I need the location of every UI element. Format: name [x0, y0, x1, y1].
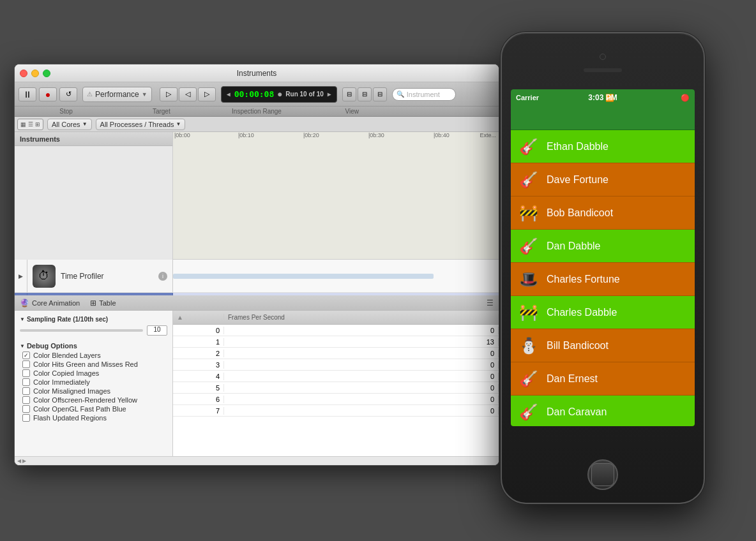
checkbox-input-flash[interactable]: [22, 414, 30, 422]
checkbox-flash-updated[interactable]: Flash Updated Regions: [20, 413, 167, 422]
td-idx-7: 7: [173, 407, 224, 415]
timer-left-arrow: ◀: [227, 91, 231, 98]
volume-up-button[interactable]: [501, 135, 502, 153]
timer-play-arrow: ▶: [328, 91, 331, 98]
threads-selector[interactable]: All Processes / Threads ▼: [96, 119, 186, 130]
grid-icon: ▦: [20, 121, 26, 128]
inspection-prev-button[interactable]: ◁: [179, 87, 197, 101]
iphone-body: Carrier 📶 3:03 PM 🔴 🎸 Ethan Dabble 🎸 Dav…: [501, 32, 705, 504]
sampling-value-input[interactable]: 10: [147, 325, 167, 336]
fps-col-label: Frames Per Second: [228, 314, 285, 321]
checkbox-color-copied[interactable]: Color Copied Images: [20, 369, 167, 378]
list-item-bob-bandicoot[interactable]: 🚧 Bob Bandicoot: [511, 196, 695, 230]
sort-arrow-icon: ▲: [177, 314, 183, 321]
sampling-header: ▼ Sampling Rate (1/10th sec): [20, 316, 167, 323]
debug-toggle-icon: ▼: [20, 343, 25, 349]
pause-button[interactable]: ⏸: [19, 87, 36, 101]
view-full-button[interactable]: ⊟: [358, 87, 372, 101]
tab-table[interactable]: ⊞ Table: [90, 299, 116, 308]
search-bar[interactable]: 🔍 Instrument: [392, 88, 456, 101]
instruments-column: Instruments: [15, 132, 173, 260]
list-item-ethan-dabble[interactable]: 🎸 Ethan Dabble: [511, 130, 695, 163]
td-val-5: 0: [224, 384, 499, 392]
table-row-3: 3 0: [173, 359, 499, 371]
name-dan-ernest: Dan Ernest: [547, 373, 598, 385]
inspection-next-button[interactable]: ▷: [198, 87, 216, 101]
timer-display: ◀ 00:00:08 ● Run 10 of 10 ▶: [221, 86, 337, 103]
home-button[interactable]: [587, 459, 618, 490]
table-tab-icon: ⊞: [90, 299, 96, 308]
refresh-button[interactable]: ↺: [59, 87, 77, 101]
checkbox-input-immediately[interactable]: [22, 378, 30, 386]
view-toggle[interactable]: ▦ ☰ ⊞: [17, 119, 43, 130]
iphone-power-button[interactable]: [704, 161, 705, 189]
checkbox-input-copied[interactable]: [22, 369, 30, 377]
core-anim-tab-icon: 🔮: [20, 299, 29, 308]
debug-label: Debug Options: [27, 342, 77, 350]
list-item-dan-ernest[interactable]: 🎸 Dan Ernest: [511, 362, 695, 396]
volume-down-button[interactable]: [501, 158, 502, 176]
inspection-buttons: ▷ ◁ ▷: [160, 87, 216, 101]
warning-icon: ⚠: [87, 91, 93, 98]
traffic-lights: [20, 70, 50, 77]
status-bar: Carrier 📶 3:03 PM 🔴: [511, 89, 695, 106]
window-title: Instruments: [237, 69, 277, 78]
icon-guitar: 🎸: [516, 134, 541, 159]
list-icon: ☰: [28, 121, 33, 128]
timer-value: 00:00:08: [234, 89, 275, 99]
name-charles-fortune: Charles Fortune: [547, 274, 620, 285]
view-split-button[interactable]: ⊟: [342, 87, 356, 101]
checkbox-color-offscreen[interactable]: Color Offscreen-Rendered Yellow: [20, 396, 167, 404]
time-profiler-info-btn[interactable]: i: [158, 272, 167, 281]
table-row-1: 1 13: [173, 336, 499, 348]
checkbox-color-blended[interactable]: ✓ Color Blended Layers: [20, 351, 167, 360]
checkbox-input-misaligned[interactable]: [22, 387, 30, 395]
checkbox-input-hits[interactable]: [22, 360, 30, 368]
checkbox-color-immediately[interactable]: Color Immediately: [20, 378, 167, 387]
sampling-slider[interactable]: [20, 329, 143, 332]
scroll-left-icon[interactable]: ◀: [17, 458, 21, 464]
icon-cone: 🚧: [516, 200, 541, 226]
checkbox-input-blended[interactable]: ✓: [22, 352, 30, 359]
list-item-charles-fortune[interactable]: 🎩 Charles Fortune: [511, 263, 695, 296]
row-expander-time[interactable]: ▶: [15, 260, 27, 292]
ruler-0: |0b:00: [174, 132, 190, 138]
h-scroll-arrows: ◀ ▶: [17, 458, 26, 464]
td-val-0: 0: [224, 327, 499, 334]
record-button[interactable]: ●: [39, 87, 57, 101]
search-icon: 🔍: [397, 91, 404, 98]
minimize-button[interactable]: [31, 70, 39, 77]
bottom-content: ▼ Sampling Rate (1/10th sec) 10 ▼ Debug …: [15, 311, 499, 456]
inspection-start-button[interactable]: ▷: [160, 87, 178, 101]
list-item-bill-bandicoot[interactable]: ⛄ Bill Bandicoot: [511, 329, 695, 362]
instruments-col-label: Instruments: [20, 135, 60, 143]
table-row-0: 0 0: [173, 325, 499, 336]
checkbox-color-misaligned[interactable]: Color Misaligned Images: [20, 387, 167, 396]
table-row-4: 4 0: [173, 371, 499, 382]
th-index: ▲: [173, 314, 224, 321]
td-val-2: 0: [224, 350, 499, 357]
checkbox-input-opengl[interactable]: [22, 405, 30, 413]
tab-core-animation[interactable]: 🔮 Core Animation: [20, 299, 80, 308]
target-selector[interactable]: ⚠ Performance ▼: [82, 87, 152, 102]
td-val-7: 0: [224, 407, 499, 415]
checkbox-color-hits[interactable]: Color Hits Green and Misses Red: [20, 360, 167, 369]
checkbox-input-offscreen[interactable]: [22, 396, 30, 404]
fullscreen-button[interactable]: [43, 70, 50, 77]
checkbox-label-copied: Color Copied Images: [33, 369, 99, 377]
list-item-dan-dabble[interactable]: 🎸 Dan Dabble: [511, 230, 695, 263]
list-item-charles-dabble[interactable]: 🚧 Charles Dabble: [511, 296, 695, 329]
timeline-area: |0b:00 |0b:10 |0b:20 |0b:30 |0b:40 Exte.…: [173, 132, 499, 260]
checkbox-label-hits: Color Hits Green and Misses Red: [33, 360, 138, 368]
panel-menu-btn[interactable]: ☰: [487, 299, 494, 308]
cores-selector[interactable]: All Cores ▼: [47, 119, 92, 130]
scroll-right-icon[interactable]: ▶: [22, 458, 26, 464]
icon-guitar-4: 🎸: [516, 366, 541, 392]
view-list-button[interactable]: ⊟: [373, 87, 387, 101]
td-val-1: 13: [224, 338, 499, 346]
td-idx-0: 0: [173, 327, 224, 334]
checkbox-color-opengl[interactable]: Color OpenGL Fast Path Blue: [20, 404, 167, 413]
list-item-dan-caravan[interactable]: 🎸 Dan Caravan: [511, 396, 695, 426]
close-button[interactable]: [20, 70, 27, 77]
list-item-dave-fortune[interactable]: 🎸 Dave Fortune: [511, 163, 695, 196]
